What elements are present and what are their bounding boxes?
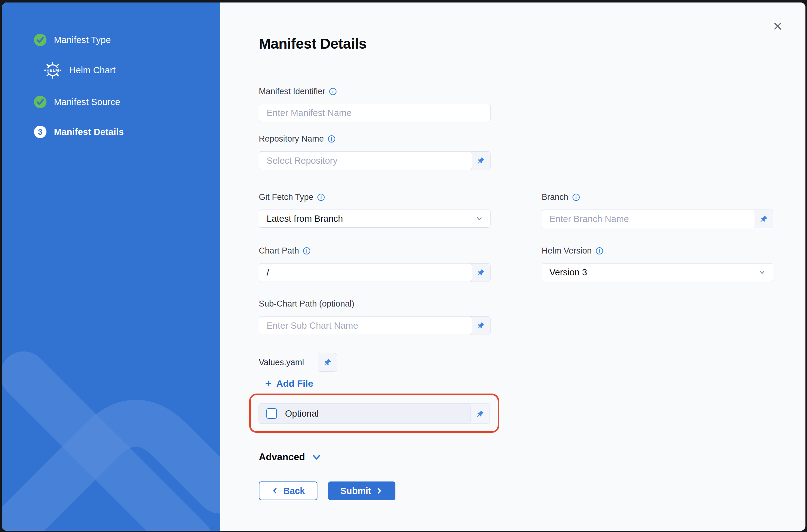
info-icon[interactable]: i [596,247,603,254]
chart-path-field [259,263,491,282]
git-fetch-type-select[interactable]: Latest from Branch [259,210,491,228]
sidebar-step-helm-chart[interactable]: HELM Helm Chart [44,61,116,79]
manifest-identifier-group: Manifest Identifier i [259,86,775,122]
info-icon[interactable]: i [573,194,580,201]
info-icon[interactable]: i [318,194,325,201]
page-title: Manifest Details [259,35,775,52]
add-file-button[interactable]: + Add File [265,378,327,389]
branch-group: Branch i [542,192,773,228]
chart-path-group: Chart Path i [259,245,491,282]
advanced-label: Advanced [259,452,305,463]
repository-name-input[interactable] [259,151,472,170]
submit-button[interactable]: Submit [328,481,396,500]
wizard-footer-buttons: Back Submit [259,481,775,525]
chevron-left-icon [271,487,279,495]
info-icon[interactable]: i [303,247,310,254]
plus-icon: + [265,379,272,388]
step-complete-check-icon [34,34,46,46]
back-button-label: Back [283,486,305,496]
info-icon[interactable]: i [329,88,337,95]
manifest-identifier-label: Manifest Identifier [259,87,325,96]
pin-icon[interactable] [472,264,490,282]
chart-path-input[interactable] [259,263,472,282]
advanced-expander[interactable]: Advanced [259,451,340,463]
manifest-identifier-input[interactable] [259,104,491,122]
sub-chart-path-label: Sub-Chart Path (optional) [259,299,354,309]
step-label: Manifest Type [54,35,111,45]
step-complete-check-icon [34,96,46,108]
sub-chart-path-group: Sub-Chart Path (optional) [259,299,775,335]
step-number-badge: 3 [34,126,46,138]
pin-icon[interactable] [471,403,489,424]
submit-button-label: Submit [341,486,371,496]
pin-icon[interactable] [472,317,490,335]
add-file-label: Add File [276,378,313,389]
helm-version-select[interactable]: Version 3 [542,263,773,281]
repository-name-group: Repository Name i [259,133,775,170]
helm-version-label: Helm Version [542,246,592,256]
branch-field [542,210,773,228]
pin-icon[interactable] [318,353,337,372]
git-fetch-type-value: Latest from Branch [267,214,343,224]
pin-icon[interactable] [472,152,490,170]
sub-chart-path-input[interactable] [259,316,472,335]
optional-file-field: Optional [258,403,490,424]
info-icon[interactable]: i [328,135,335,142]
sidebar-step-manifest-source[interactable]: Manifest Source [34,96,120,108]
chevron-right-icon [376,487,383,495]
svg-text:HELM: HELM [46,68,59,73]
branch-input[interactable] [542,210,755,228]
optional-file-input-disabled: Optional [258,403,470,424]
branch-label: Branch [542,192,569,202]
optional-checkbox[interactable] [266,408,277,419]
helm-version-group: Helm Version i Version 3 [542,245,773,282]
optional-checkbox-label: Optional [285,408,319,419]
sub-chart-path-field [259,316,491,335]
chevron-down-icon [475,214,483,223]
helm-chart-icon: HELM [44,61,62,79]
repository-name-field [259,151,491,170]
step-label: Manifest Source [54,97,120,107]
annotation-highlight-circle: Optional [249,394,499,433]
sidebar-step-manifest-details[interactable]: 3 Manifest Details [34,126,124,138]
git-fetch-type-label: Git Fetch Type [259,192,313,202]
step-label: Helm Chart [69,65,116,75]
repository-name-label: Repository Name [259,134,324,144]
pin-icon[interactable] [754,210,773,228]
sidebar-step-manifest-type[interactable]: Manifest Type [34,34,111,46]
manifest-details-panel: Manifest Details Manifest Identifier i R… [220,2,805,531]
harness-logo-watermark [2,331,220,531]
values-yaml-label: Values.yaml [259,358,304,367]
wizard-sidebar: Manifest Type H [2,2,220,531]
chart-path-label: Chart Path [259,246,299,256]
step-label: Manifest Details [54,127,124,137]
close-icon[interactable] [771,19,785,33]
back-button[interactable]: Back [259,481,318,500]
chevron-down-icon [758,268,766,276]
chevron-down-icon [312,453,321,462]
manifest-wizard-modal: Manifest Type H [2,2,805,531]
git-fetch-type-group: Git Fetch Type i Latest from Branch [259,192,491,228]
helm-version-value: Version 3 [550,267,587,278]
values-yaml-row: Values.yaml [259,353,775,372]
